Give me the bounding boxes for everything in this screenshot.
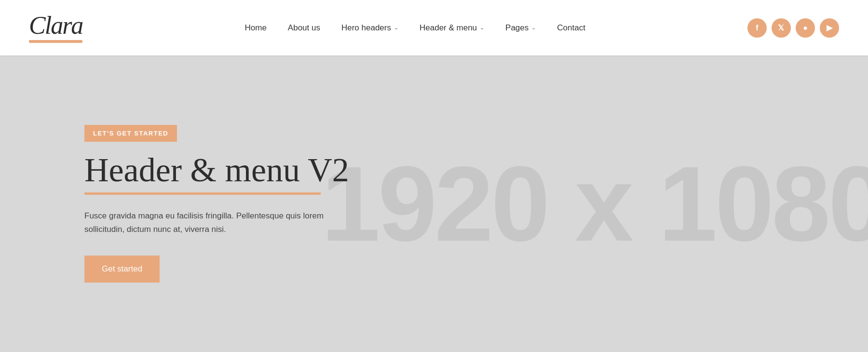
hero-title: Header & menu V2 <box>84 151 354 195</box>
chevron-down-icon: ⌄ <box>394 25 398 31</box>
hero-badge: LET'S GET STARTED <box>84 125 177 142</box>
hero-content: LET'S GET STARTED Header & menu V2 Fusce… <box>0 125 354 283</box>
logo[interactable]: Clara <box>29 13 82 43</box>
instagram-icon[interactable]: ● <box>796 18 815 38</box>
header: Clara Home About us Hero headers ⌄ Heade… <box>0 0 868 55</box>
main-nav: Home About us Hero headers ⌄ Header & me… <box>234 23 596 33</box>
hero-watermark: 1920 x 1080 <box>321 143 868 265</box>
youtube-icon[interactable]: ▶ <box>820 18 839 38</box>
nav-item-contact[interactable]: Contact <box>546 23 596 33</box>
nav-item-pages[interactable]: Pages ⌄ <box>495 23 546 33</box>
chevron-down-icon: ⌄ <box>480 25 484 31</box>
chevron-down-icon: ⌄ <box>531 25 536 31</box>
hero-cta-button[interactable]: Get started <box>84 256 160 283</box>
hero-section: 1920 x 1080 LET'S GET STARTED Header & m… <box>0 55 868 352</box>
nav-item-hero-headers[interactable]: Hero headers ⌄ <box>331 23 409 33</box>
facebook-icon[interactable]: f <box>747 18 767 38</box>
nav-item-about[interactable]: About us <box>277 23 331 33</box>
hero-description: Fusce gravida magna eu facilisis fringil… <box>84 209 354 236</box>
nav-item-header-menu[interactable]: Header & menu ⌄ <box>409 23 495 33</box>
nav-item-home[interactable]: Home <box>234 23 277 33</box>
social-icons-group: f 𝕏 ● ▶ <box>747 18 839 38</box>
twitter-icon[interactable]: 𝕏 <box>772 18 791 38</box>
